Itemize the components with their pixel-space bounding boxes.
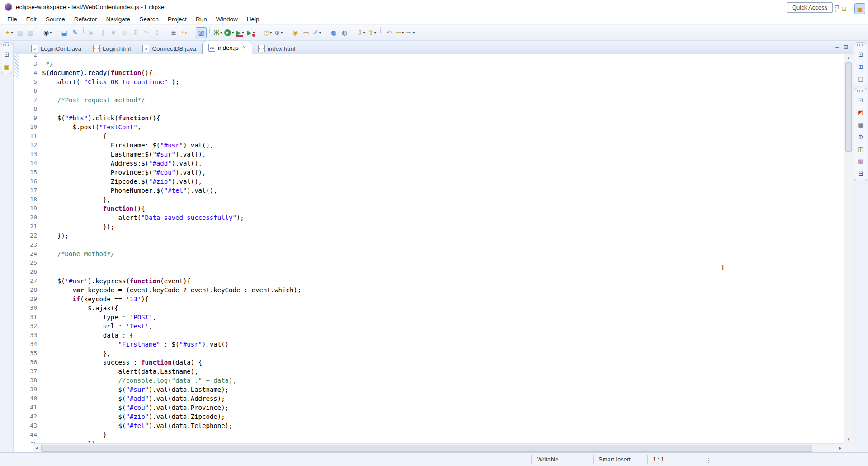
- code-line-41[interactable]: $("#cou").val(data.Province);: [42, 403, 844, 412]
- save-all-button[interactable]: ▥: [25, 27, 36, 38]
- properties-view-button[interactable]: ▦: [856, 120, 865, 128]
- code-line-13[interactable]: Lastname:$("#sur").val(),: [42, 150, 844, 159]
- minimize-editor-button[interactable]: ‒: [835, 44, 839, 50]
- tab-Login.html[interactable]: <>Login.html: [87, 43, 137, 54]
- dock-grip[interactable]: [3, 44, 10, 46]
- menu-item-refactor[interactable]: Refactor: [70, 15, 102, 24]
- horizontal-scrollbar[interactable]: ◀ ▶: [33, 443, 844, 452]
- code-line-34[interactable]: "Firstname" : $("#usr").val(): [42, 340, 844, 349]
- snippets-view-button[interactable]: ▧: [856, 157, 865, 165]
- code-line-4[interactable]: $(document).ready(function(){: [42, 68, 844, 77]
- tab-close-icon[interactable]: ×: [243, 44, 246, 51]
- vertical-scroll-thumb[interactable]: [845, 62, 852, 152]
- code-line-24[interactable]: /*Done Method*/: [42, 249, 844, 258]
- code-line-27[interactable]: $('#usr').keypress(function(event){: [42, 276, 844, 285]
- horizontal-scroll-thumb[interactable]: [41, 445, 812, 452]
- code-line-21[interactable]: });: [42, 222, 844, 231]
- suspend-button[interactable]: ∥: [97, 27, 108, 38]
- code-editor[interactable]: 2345678910111213141516171819202122232425…: [14, 54, 853, 452]
- code-line-19[interactable]: function(){: [42, 204, 844, 213]
- code-line-40[interactable]: $("#add").val(data.Address);: [42, 394, 844, 403]
- code-line-20[interactable]: alert("Data saved successfully");: [42, 213, 844, 222]
- resume-button[interactable]: ▶: [86, 27, 97, 38]
- code-line-28[interactable]: var keycode = (event.keyCode ? event.key…: [42, 285, 844, 295]
- profile-as-button[interactable]: ▶▾: [245, 27, 256, 38]
- menu-item-source[interactable]: Source: [41, 15, 70, 24]
- restore-outline-stack-button[interactable]: ⊡: [856, 50, 865, 58]
- back-button[interactable]: ⇦▾: [394, 27, 405, 38]
- next-annotation-dropdown-icon[interactable]: ▾: [363, 31, 365, 35]
- profile-web-service-button[interactable]: ◉▾: [42, 27, 53, 38]
- menu-item-file[interactable]: File: [3, 15, 22, 24]
- dock-grip[interactable]: [857, 44, 864, 46]
- open-web-browser-button[interactable]: ◍: [328, 27, 339, 38]
- tab-LoginCont.java[interactable]: JLoginCont.java: [25, 43, 87, 54]
- menu-item-window[interactable]: Window: [212, 15, 242, 24]
- code-line-7[interactable]: /*Post request method*/: [42, 95, 844, 105]
- new-web-project-dropdown-icon[interactable]: ▾: [281, 31, 283, 35]
- code-line-43[interactable]: $("#tel").val(data.Telephone);: [42, 421, 844, 430]
- code-line-8[interactable]: [42, 105, 844, 114]
- menu-item-edit[interactable]: Edit: [22, 15, 41, 24]
- coverage-dropdown-icon[interactable]: ▾: [242, 31, 244, 35]
- code-line-17[interactable]: PhoneNumber:$("#tel").val(),: [42, 186, 844, 195]
- open-element-button[interactable]: ✎: [70, 27, 80, 38]
- open-task-button[interactable]: ▤: [59, 27, 70, 38]
- new-web-project-button[interactable]: ⊕▾: [273, 27, 284, 38]
- menu-item-run[interactable]: Run: [191, 15, 212, 24]
- code-line-6[interactable]: [42, 86, 844, 95]
- servers-view-button[interactable]: ⚙: [856, 133, 865, 141]
- code-line-2[interactable]: [42, 54, 844, 59]
- forward-button[interactable]: ⇨▾: [405, 27, 416, 38]
- java-ee-perspective-button[interactable]: ▣: [854, 3, 865, 14]
- code-line-44[interactable]: }: [42, 430, 844, 439]
- task-list-view-button[interactable]: ▤: [856, 75, 865, 83]
- run-button[interactable]: ▶▾: [223, 27, 235, 38]
- menu-item-project[interactable]: Project: [163, 15, 191, 24]
- data-source-explorer-view-button[interactable]: ◫: [856, 145, 865, 153]
- code-line-16[interactable]: Zipcode:$("#zip").val(),: [42, 177, 844, 186]
- run-dropdown-icon[interactable]: ▾: [232, 31, 234, 35]
- code-line-35[interactable]: },: [42, 349, 844, 358]
- last-edit-location-button[interactable]: ↶: [383, 27, 394, 38]
- code-line-10[interactable]: $.post("TestCont",: [42, 123, 844, 132]
- new-wizard-dropdown-icon[interactable]: ▾: [11, 31, 13, 35]
- drop-to-frame-button[interactable]: ↪: [179, 27, 190, 38]
- previous-annotation-dropdown-icon[interactable]: ▾: [374, 31, 376, 35]
- mark-occurrences-button[interactable]: ▨: [196, 27, 207, 38]
- code-line-30[interactable]: $.ajax({: [42, 304, 844, 313]
- line-number-ruler[interactable]: 2345678910111213141516171819202122232425…: [19, 54, 42, 443]
- tab-index.html[interactable]: <>index.html: [252, 43, 302, 54]
- code-line-15[interactable]: Province:$("#cou").val(),: [42, 168, 844, 177]
- code-line-29[interactable]: if(keycode == '13'){: [42, 295, 844, 304]
- menu-item-navigate[interactable]: Navigate: [102, 15, 135, 24]
- step-into-button[interactable]: ↧: [130, 27, 141, 38]
- menu-item-search[interactable]: Search: [135, 15, 163, 24]
- code-line-9[interactable]: $("#bts").click(function(){: [42, 114, 844, 123]
- new-servlet-dropdown-icon[interactable]: ▾: [270, 31, 272, 35]
- status-grip[interactable]: [708, 456, 709, 464]
- dock-grip[interactable]: [857, 90, 864, 92]
- code-line-23[interactable]: [42, 240, 844, 249]
- debug-dropdown-icon[interactable]: ▾: [220, 31, 222, 35]
- annotate-button[interactable]: ✐▾: [311, 27, 322, 38]
- code-line-5[interactable]: alert( "Click OK to continue" );: [42, 77, 844, 86]
- save-button[interactable]: ▥: [14, 27, 25, 38]
- web-services-explorer-button[interactable]: ◉: [290, 27, 301, 38]
- launch-url-button[interactable]: ◍: [339, 27, 350, 38]
- forward-dropdown-icon[interactable]: ▾: [413, 31, 415, 35]
- scroll-left-icon[interactable]: ◀: [33, 444, 41, 452]
- step-return-button[interactable]: ↥: [151, 27, 162, 38]
- code-line-42[interactable]: $("#zip").val(data.Zipcode);: [42, 412, 844, 421]
- code-line-18[interactable]: },: [42, 195, 844, 204]
- code-line-11[interactable]: {: [42, 132, 844, 141]
- terminate-button[interactable]: ■: [108, 27, 119, 38]
- profile-web-service-dropdown-icon[interactable]: ▾: [50, 31, 52, 35]
- tab-ConnectDB.java[interactable]: JConnectDB.java: [137, 43, 202, 54]
- perspective-grip[interactable]: [835, 5, 836, 13]
- annotation-ruler[interactable]: [14, 54, 19, 443]
- quick-access-button[interactable]: Quick Access: [787, 2, 833, 13]
- code-line-39[interactable]: $("#sur").val(data.Lastname);: [42, 385, 844, 394]
- console-view-button[interactable]: ⊟: [856, 169, 865, 177]
- code-line-38[interactable]: //console.log("data :" + data);: [42, 376, 844, 385]
